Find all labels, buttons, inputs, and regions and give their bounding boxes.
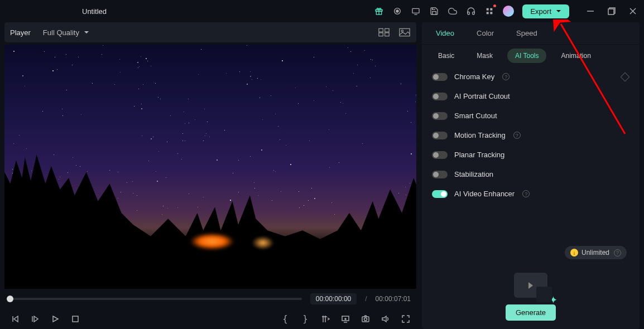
- volume-icon[interactable]: [381, 314, 391, 324]
- tool-row-stabilization: Stabilization: [432, 170, 629, 178]
- help-icon[interactable]: ?: [502, 73, 510, 80]
- sparkle-icon: ✦: [549, 294, 558, 306]
- svg-rect-10: [491, 12, 493, 14]
- toggle-ai-portrait-cutout[interactable]: [432, 93, 448, 100]
- player-label: Player: [10, 28, 31, 37]
- help-icon: ?: [614, 249, 621, 257]
- mark-in-icon[interactable]: {: [280, 314, 290, 324]
- mark-out-icon[interactable]: }: [300, 314, 310, 324]
- prop-tab-speed[interactable]: Speed: [513, 23, 540, 43]
- close-button[interactable]: [628, 7, 637, 16]
- tool-row-chroma-key: Chroma Key?: [432, 72, 629, 81]
- tool-label: Planar Tracking: [454, 151, 504, 159]
- minimize-button[interactable]: [586, 7, 595, 16]
- unlimited-badge[interactable]: ↓ Unlimited ?: [565, 246, 627, 259]
- current-time: 00:00:00:00: [310, 293, 357, 304]
- apps-icon[interactable]: [484, 6, 494, 16]
- svg-rect-16: [379, 28, 383, 32]
- quality-dropdown[interactable]: Full Quality: [43, 28, 89, 37]
- premium-icon: ↓: [570, 249, 578, 257]
- compare-grid-icon[interactable]: [378, 27, 390, 37]
- crop-icon[interactable]: [320, 314, 330, 324]
- tool-label: AI Portrait Cutout: [454, 92, 510, 100]
- image-icon[interactable]: [398, 27, 411, 37]
- tool-label: Chroma Key: [454, 72, 494, 81]
- sub-tab-mask[interactable]: Mask: [469, 49, 501, 63]
- tool-row-planar-tracking: Planar Tracking: [432, 151, 629, 159]
- profile-avatar[interactable]: [503, 6, 514, 17]
- svg-rect-18: [379, 33, 383, 36]
- help-icon[interactable]: ?: [513, 132, 521, 139]
- sub-tab-basic[interactable]: Basic: [430, 49, 462, 63]
- tool-label: Stabilization: [454, 170, 493, 178]
- headphones-icon[interactable]: [466, 6, 476, 16]
- tool-row-motion-tracking: Motion Tracking?: [432, 131, 629, 139]
- prev-frame-button[interactable]: [10, 314, 20, 324]
- maximize-button[interactable]: [607, 7, 616, 16]
- campfire-glow: [190, 233, 234, 250]
- seek-thumb[interactable]: [7, 296, 13, 302]
- svg-rect-8: [491, 8, 493, 11]
- toggle-planar-tracking[interactable]: [432, 151, 448, 159]
- enhance-preview-thumb: ✦: [514, 273, 547, 298]
- sub-tab-ai-tools[interactable]: AI Tools: [507, 49, 546, 63]
- stop-button[interactable]: [70, 314, 80, 324]
- total-time: 00:00:07:01: [376, 295, 411, 303]
- svg-point-4: [396, 10, 398, 12]
- tool-row-ai-video-enhancer: AI Video Enhancer?: [432, 190, 629, 198]
- prop-tab-video[interactable]: Video: [433, 23, 457, 43]
- svg-rect-24: [73, 316, 78, 322]
- tool-label: Smart Cutout: [454, 112, 497, 120]
- svg-rect-9: [487, 12, 489, 14]
- svg-point-21: [401, 30, 403, 32]
- svg-rect-5: [412, 8, 419, 13]
- cloud-icon[interactable]: [448, 6, 458, 16]
- snapshot-icon[interactable]: [361, 314, 371, 324]
- seek-bar[interactable]: [10, 298, 302, 300]
- save-icon[interactable]: [429, 6, 439, 16]
- tool-row-ai-portrait-cutout: AI Portrait Cutout: [432, 92, 629, 100]
- property-tabs: VideoColorSpeed: [422, 22, 640, 45]
- export-button[interactable]: Export: [522, 4, 569, 18]
- tool-label: AI Video Enhancer: [454, 190, 515, 198]
- render-icon[interactable]: [340, 314, 350, 324]
- svg-rect-17: [385, 28, 390, 32]
- gift-icon[interactable]: [374, 6, 384, 16]
- toggle-motion-tracking[interactable]: [432, 132, 448, 139]
- time-separator: /: [365, 295, 367, 303]
- svg-rect-7: [487, 8, 489, 11]
- sub-tabs: BasicMaskAI ToolsAnimation: [422, 45, 640, 67]
- svg-point-31: [364, 318, 367, 321]
- sub-tab-animation[interactable]: Animation: [553, 49, 598, 63]
- play-forward-button[interactable]: [30, 314, 40, 324]
- toggle-chroma-key[interactable]: [432, 73, 448, 81]
- toggle-smart-cutout[interactable]: [432, 112, 448, 120]
- toggle-ai-video-enhancer[interactable]: [432, 190, 448, 198]
- svg-rect-13: [608, 9, 614, 14]
- campfire-glow-2: [252, 236, 274, 250]
- tool-label: Motion Tracking: [454, 131, 506, 139]
- generate-button[interactable]: Generate: [506, 304, 556, 321]
- svg-rect-19: [385, 33, 390, 36]
- monitor-icon[interactable]: [411, 6, 421, 16]
- help-icon[interactable]: ?: [522, 190, 530, 197]
- record-icon[interactable]: [392, 6, 402, 16]
- fullscreen-icon[interactable]: [401, 314, 411, 324]
- video-preview[interactable]: [4, 45, 416, 289]
- toggle-stabilization[interactable]: [432, 171, 448, 178]
- tool-row-smart-cutout: Smart Cutout: [432, 112, 629, 120]
- project-title: Untitled: [82, 7, 107, 16]
- play-button[interactable]: [50, 314, 60, 324]
- prop-tab-color[interactable]: Color: [474, 23, 497, 43]
